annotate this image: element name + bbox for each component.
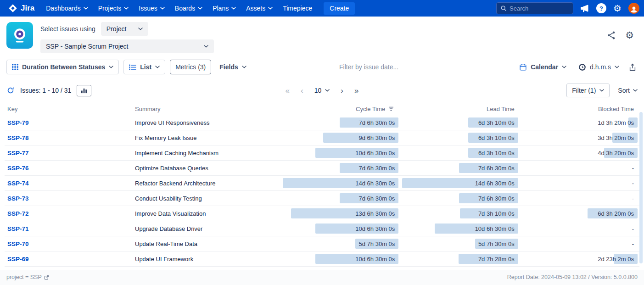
create-button[interactable]: Create [324, 2, 355, 15]
column-header-summary[interactable]: Summary [129, 106, 281, 112]
table-row[interactable]: SSP-78Fix Memory Leak Issue9d 6h 30m 0s6… [5, 130, 639, 145]
report-type-select[interactable]: Duration Between Statuses [6, 60, 119, 74]
issue-key-cell: SSP-69 [5, 255, 129, 263]
lead-time-cell: 10d 6h 30m 0s [400, 221, 520, 236]
settings-icon[interactable]: ⚙ [613, 4, 622, 13]
nav-plans[interactable]: Plans [207, 0, 241, 17]
filter-button[interactable]: Filter (1) [566, 84, 610, 97]
duration-value: 6d 3h 20m 0s [598, 210, 634, 217]
sort-button[interactable]: Sort [618, 87, 638, 94]
issue-summary: Update UI Framework [129, 256, 281, 263]
report-header: Select issues using Project SSP - Sample… [0, 17, 644, 58]
nav-search[interactable] [496, 2, 573, 14]
issue-key-cell: SSP-74 [5, 179, 129, 187]
table-row[interactable]: SSP-76Optimize Database Queries7d 6h 30m… [5, 161, 639, 176]
issue-key-link[interactable]: SSP-79 [7, 119, 29, 126]
nav-issues[interactable]: Issues [134, 0, 169, 17]
nav-projects[interactable]: Projects [93, 0, 134, 17]
refresh-icon[interactable] [6, 86, 15, 95]
table-row[interactable]: SSP-69Update UI Framework10d 6h 30m 0s7d… [5, 251, 639, 267]
user-avatar[interactable] [628, 3, 639, 14]
lead-time-cell: 7d 6h 30m 0s [400, 191, 520, 206]
chevron-down-icon [84, 7, 88, 10]
issue-source-selectors: Select issues using Project SSP - Sample… [40, 22, 214, 53]
report-settings-icon[interactable]: ⚙ [625, 30, 634, 40]
blocked-time-cell: 2d 23h 2m 0s [520, 251, 639, 266]
table-row[interactable]: SSP-73Conduct Usability Testing7d 6h 30m… [5, 191, 639, 206]
issue-source-select[interactable]: Project [101, 22, 149, 36]
cycle-time-cell: 7d 6h 30m 0s [281, 115, 400, 130]
table-header: Key Summary Cycle Time Lead Time Blocked… [5, 103, 639, 115]
issue-key-link[interactable]: SSP-70 [7, 240, 29, 247]
chart-view-button[interactable] [77, 85, 91, 96]
project-select[interactable]: SSP - Sample Scrum Project [40, 39, 214, 53]
prev-page-button[interactable]: ‹ [301, 87, 303, 95]
table-row[interactable]: SSP-79Improve UI Responsiveness7d 6h 30m… [5, 115, 639, 130]
first-page-button[interactable]: « [286, 87, 290, 95]
last-page-button[interactable]: » [354, 87, 358, 95]
page-size-select[interactable]: 10 [314, 87, 330, 94]
issue-key-link[interactable]: SSP-78 [7, 134, 29, 141]
nav-boards[interactable]: Boards [170, 0, 207, 17]
brand-name: Jira [21, 4, 34, 13]
announcement-icon[interactable] [580, 4, 589, 12]
export-icon[interactable] [627, 63, 638, 72]
blocked-time-cell: 3d 3h 20m 0s [520, 130, 639, 145]
column-filter-icon[interactable] [388, 106, 394, 111]
nav-timepiece[interactable]: Timepiece [278, 0, 317, 17]
fields-select[interactable]: Fields [216, 60, 250, 74]
lead-time-cell: 6d 3h 10m 0s [400, 130, 520, 145]
column-header-key[interactable]: Key [5, 106, 129, 112]
column-header-blocked-time[interactable]: Blocked Time [520, 106, 639, 112]
duration-empty: - [632, 165, 634, 172]
column-header-lead-time[interactable]: Lead Time [400, 106, 520, 112]
issue-key-link[interactable]: SSP-69 [7, 256, 29, 263]
webcam-icon [10, 25, 30, 45]
issue-key-link[interactable]: SSP-77 [7, 150, 29, 156]
jira-mark-icon [8, 4, 17, 13]
table-row[interactable]: SSP-72Improve Data Visualization13d 6h 3… [5, 206, 639, 221]
nav-dashboards[interactable]: Dashboards [41, 0, 93, 17]
app-logo [6, 22, 33, 49]
duration-empty: - [632, 180, 634, 187]
table-row[interactable]: SSP-71Upgrade Database Driver10d 6h 30m … [5, 221, 639, 236]
blocked-time-cell: - [520, 191, 639, 206]
view-select[interactable]: List [123, 60, 165, 74]
nav-assets[interactable]: Assets [241, 0, 278, 17]
issue-key-link[interactable]: SSP-76 [7, 165, 29, 172]
duration-value: 7d 6h 30m 0s [359, 165, 395, 172]
duration-value: 3d 3h 20m 0s [598, 134, 634, 141]
issue-key-link[interactable]: SSP-71 [7, 225, 29, 232]
cycle-time-cell: 10d 6h 30m 0s [281, 251, 400, 266]
share-icon[interactable] [607, 31, 616, 40]
next-page-button[interactable]: › [341, 87, 343, 95]
vertical-scrollbar[interactable] [639, 112, 643, 263]
issue-date-filter[interactable] [339, 63, 426, 71]
column-header-cycle-time[interactable]: Cycle Time [281, 106, 400, 112]
report-actions: ⚙ [607, 22, 638, 40]
duration-value: 7d 7h 28m 0s [478, 256, 515, 263]
calendar-select[interactable]: Calendar [515, 60, 570, 74]
blocked-time-cell: - [520, 176, 639, 190]
issues-table: Key Summary Cycle Time Lead Time Blocked… [0, 103, 644, 267]
pagination: « ‹ 10 › » [286, 87, 359, 95]
person-icon [630, 6, 638, 13]
duration-value: 6d 3h 10m 0s [478, 150, 515, 156]
table-row[interactable]: SSP-77Implement Caching Mechanism10d 6h … [5, 145, 639, 161]
issue-key-link[interactable]: SSP-72 [7, 210, 29, 217]
issue-key-link[interactable]: SSP-73 [7, 195, 29, 202]
issue-summary: Improve Data Visualization [129, 210, 281, 217]
issue-summary: Update Real-Time Data [129, 240, 281, 247]
search-input[interactable] [510, 5, 569, 12]
chevron-down-icon [268, 7, 273, 10]
jql-query[interactable]: project = SSP [6, 274, 49, 280]
help-icon[interactable]: ? [596, 3, 606, 13]
metrics-button[interactable]: Metrics (3) [170, 60, 211, 74]
issue-key-link[interactable]: SSP-74 [7, 180, 29, 187]
time-format-select[interactable]: d.h.m.s [575, 60, 623, 74]
jira-logo[interactable]: Jira [5, 4, 41, 13]
duration-value: 7d 6h 30m 0s [478, 195, 515, 202]
table-row[interactable]: SSP-74Refactor Backend Architecture14d 6… [5, 176, 639, 191]
duration-value: 5d 7h 30m 0s [478, 240, 515, 247]
table-row[interactable]: SSP-70Update Real-Time Data5d 7h 30m 0s5… [5, 236, 639, 251]
